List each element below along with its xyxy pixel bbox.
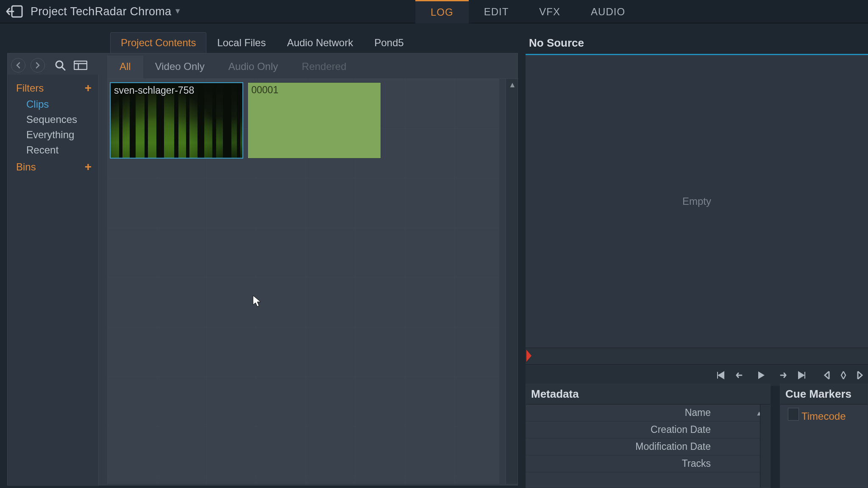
clip-label: 00001 (251, 84, 278, 96)
cue-markers-header: Cue Markers (780, 384, 868, 404)
meta-row-modification-date[interactable]: Modification Date (526, 438, 770, 455)
titlebar: Project TechRadar Chroma ▼ LOG EDIT VFX … (0, 0, 868, 23)
filter-everything[interactable]: Everything (26, 129, 92, 141)
filter-clips[interactable]: Clips (26, 98, 92, 110)
meta-label-name: Name (526, 407, 717, 418)
mark-in-button[interactable] (823, 371, 831, 380)
metadata-panel: Metadata Name ▲ Creation Date Modificati… (526, 384, 771, 488)
viewer-title: No Source (526, 34, 868, 52)
cursor-icon (252, 295, 262, 310)
sidebar: Filters + Clips Sequences Everything Rec… (8, 75, 99, 486)
project-title[interactable]: Project TechRadar Chroma (31, 5, 171, 18)
scroll-up-icon[interactable]: ▲ (509, 81, 516, 89)
add-bin-button[interactable]: + (85, 160, 92, 174)
dropdown-caret-icon[interactable]: ▼ (174, 7, 181, 16)
filters-label: Filters (16, 82, 44, 94)
source-viewer: No Source Empty (526, 34, 868, 373)
metadata-header: Metadata (526, 384, 770, 404)
source-tab-audio-network[interactable]: Audio Network (276, 32, 364, 53)
back-exit-icon[interactable] (5, 5, 23, 18)
nav-forward-button[interactable] (31, 58, 45, 73)
mode-tab-edit[interactable]: EDIT (469, 0, 524, 23)
nav-toolbar (11, 56, 87, 75)
filters-header: Filters + (16, 81, 92, 95)
viewer-screen[interactable]: Empty (526, 55, 868, 348)
nav-back-button[interactable] (11, 58, 25, 73)
meta-row-creation-date[interactable]: Creation Date (526, 421, 770, 438)
filter-tab-all[interactable]: All (107, 56, 143, 78)
step-forward-button[interactable] (775, 371, 787, 379)
meta-label-modification-date: Modification Date (526, 441, 717, 452)
add-filter-button[interactable]: + (85, 81, 92, 95)
cue-markers-panel: Cue Markers Timecode (780, 384, 868, 488)
metadata-scrollbar[interactable] (760, 404, 770, 488)
clear-marks-button[interactable] (840, 371, 847, 380)
mode-tab-log[interactable]: LOG (415, 0, 469, 23)
clip-thumbnail-green[interactable]: 00001 (248, 82, 381, 159)
meta-row-name[interactable]: Name (526, 404, 770, 421)
source-tabs: Project Contents Local Files Audio Netwo… (110, 32, 415, 53)
meta-row-tracks[interactable]: Tracks (526, 455, 770, 472)
grid-scrollbar[interactable]: ▲ (506, 79, 517, 484)
transport-controls (526, 365, 868, 386)
source-tab-local-files[interactable]: Local Files (206, 32, 276, 53)
mode-tab-audio[interactable]: AUDIO (576, 0, 640, 23)
meta-label-tracks: Tracks (526, 458, 717, 469)
filter-tab-rendered[interactable]: Rendered (290, 56, 358, 78)
clip-grid[interactable]: sven-schlager-758 00001 (107, 79, 499, 484)
go-to-end-button[interactable] (796, 371, 806, 379)
mode-tabs: LOG EDIT VFX AUDIO (415, 0, 640, 23)
bins-label: Bins (16, 161, 36, 173)
cue-row-selector[interactable] (788, 408, 799, 421)
source-tab-pond5[interactable]: Pond5 (364, 32, 414, 53)
clip-label: sven-schlager-758 (114, 85, 194, 96)
content-filter-tabs: All Video Only Audio Only Rendered (107, 53, 518, 79)
step-back-button[interactable] (736, 371, 748, 379)
bins-header: Bins + (16, 160, 92, 174)
mode-tab-vfx[interactable]: VFX (524, 0, 576, 23)
cue-col-timecode[interactable]: Timecode (801, 410, 868, 422)
source-tab-project-contents[interactable]: Project Contents (110, 32, 206, 53)
viewer-empty-label: Empty (682, 195, 711, 207)
mark-in-icon[interactable] (526, 350, 531, 362)
search-icon[interactable] (54, 59, 66, 71)
mark-out-button[interactable] (856, 371, 864, 380)
layout-toggle-icon[interactable] (74, 61, 87, 70)
meta-label-creation-date: Creation Date (526, 424, 717, 435)
filter-recent[interactable]: Recent (26, 144, 92, 156)
clip-thumbnail-forest[interactable]: sven-schlager-758 (110, 82, 243, 159)
project-panel: Filters + Clips Sequences Everything Rec… (7, 53, 518, 485)
svg-line-2 (62, 67, 65, 70)
viewer-timeline[interactable] (526, 348, 868, 365)
filter-tab-video-only[interactable]: Video Only (143, 56, 217, 78)
filter-sequences[interactable]: Sequences (26, 114, 92, 125)
go-to-start-button[interactable] (716, 371, 726, 379)
play-button[interactable] (757, 371, 765, 380)
filter-tab-audio-only[interactable]: Audio Only (217, 56, 290, 78)
svg-rect-3 (74, 61, 87, 70)
